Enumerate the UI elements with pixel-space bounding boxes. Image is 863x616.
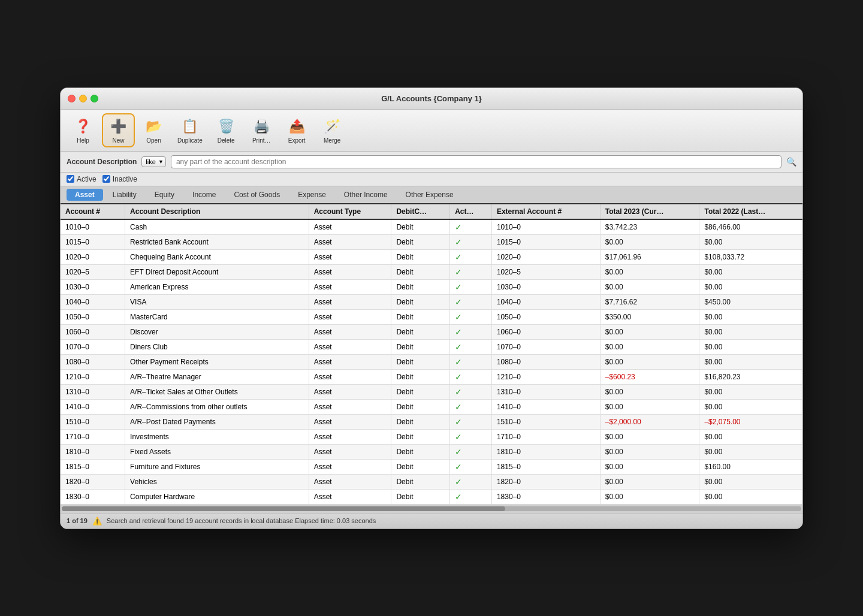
table-row[interactable]: 1810–0 Fixed Assets Asset Debit ✓ 1810–0… xyxy=(61,444,802,459)
cell-total2022: $0.00 xyxy=(699,339,802,354)
table-row[interactable]: 1030–0 American Express Asset Debit ✓ 10… xyxy=(61,279,802,294)
col-debitc: DebitC… xyxy=(391,204,450,219)
export-button[interactable]: 📤 Export xyxy=(280,114,313,146)
cell-description: Computer Hardware xyxy=(125,489,309,504)
open-icon: 📂 xyxy=(144,117,164,136)
cell-external: 1020–5 xyxy=(491,264,600,279)
table-row[interactable]: 1050–0 MasterCard Asset Debit ✓ 1050–0 $… xyxy=(61,309,802,324)
table-row[interactable]: 1020–5 EFT Direct Deposit Account Asset … xyxy=(61,264,802,279)
active-check-icon: ✓ xyxy=(455,447,462,457)
minimize-button[interactable] xyxy=(79,95,87,102)
cell-description: Furniture and Fixtures xyxy=(125,459,309,474)
maximize-button[interactable] xyxy=(90,95,98,102)
cell-debitc: Debit xyxy=(391,459,450,474)
col-account-num: Account # xyxy=(61,204,125,219)
cell-account-num: 1310–0 xyxy=(61,384,125,399)
active-check-icon: ✓ xyxy=(455,477,462,487)
tab-other-income[interactable]: Other Income xyxy=(336,189,396,201)
cell-account-num: 1210–0 xyxy=(61,369,125,384)
cell-description: Diners Club xyxy=(125,339,309,354)
active-check-icon: ✓ xyxy=(455,237,462,247)
tab-liability[interactable]: Liability xyxy=(104,189,145,201)
duplicate-button[interactable]: 📋 Duplicate xyxy=(173,114,207,146)
cell-debitc: Debit xyxy=(391,369,450,384)
cell-total2023: $3,742.23 xyxy=(600,219,699,235)
cell-external: 1410–0 xyxy=(491,399,600,414)
tab-equity[interactable]: Equity xyxy=(146,189,183,201)
filter-bar: Active Inactive xyxy=(61,173,802,186)
inactive-checkbox[interactable] xyxy=(102,175,110,183)
cell-account-num: 1020–0 xyxy=(61,249,125,264)
table-row[interactable]: 1080–0 Other Payment Receipts Asset Debi… xyxy=(61,354,802,369)
delete-button[interactable]: 🗑️ Delete xyxy=(210,114,243,146)
close-button[interactable] xyxy=(68,95,76,102)
new-button[interactable]: ➕ New xyxy=(102,113,135,147)
table-row[interactable]: 1830–0 Computer Hardware Asset Debit ✓ 1… xyxy=(61,489,802,504)
table-row[interactable]: 1010–0 Cash Asset Debit ✓ 1010–0 $3,742.… xyxy=(61,219,802,235)
tab-other-expense[interactable]: Other Expense xyxy=(397,189,462,201)
table-row[interactable]: 1210–0 A/R–Theatre Manager Asset Debit ✓… xyxy=(61,369,802,384)
cell-total2022: $16,820.23 xyxy=(699,369,802,384)
open-label: Open xyxy=(146,137,161,144)
table-row[interactable]: 1410–0 A/R–Commissions from other outlet… xyxy=(61,399,802,414)
cell-total2023: $0.00 xyxy=(600,384,699,399)
table-header-row: Account # Account Description Account Ty… xyxy=(61,204,802,219)
cell-account-num: 1040–0 xyxy=(61,294,125,309)
cell-account-num: 1050–0 xyxy=(61,309,125,324)
cell-total2023: $17,061.96 xyxy=(600,249,699,264)
search-icon[interactable]: 🔍 xyxy=(786,157,796,167)
table-row[interactable]: 1060–0 Discover Asset Debit ✓ 1060–0 $0.… xyxy=(61,324,802,339)
cell-active: ✓ xyxy=(450,459,492,474)
search-dropdown[interactable]: like ▼ xyxy=(141,156,166,167)
inactive-filter[interactable]: Inactive xyxy=(102,175,137,183)
search-input[interactable] xyxy=(171,155,781,168)
print-icon: 🖨️ xyxy=(252,117,271,136)
table-row[interactable]: 1040–0 VISA Asset Debit ✓ 1040–0 $7,716.… xyxy=(61,294,802,309)
cell-type: Asset xyxy=(309,339,391,354)
tab-asset[interactable]: Asset xyxy=(67,189,103,201)
cell-total2022: $0.00 xyxy=(699,324,802,339)
cell-debitc: Debit xyxy=(391,339,450,354)
cell-account-num: 1710–0 xyxy=(61,429,125,444)
cell-type: Asset xyxy=(309,369,391,384)
cell-type: Asset xyxy=(309,264,391,279)
table-row[interactable]: 1070–0 Diners Club Asset Debit ✓ 1070–0 … xyxy=(61,339,802,354)
cell-debitc: Debit xyxy=(391,264,450,279)
tab-income[interactable]: Income xyxy=(184,189,224,201)
cell-debitc: Debit xyxy=(391,384,450,399)
merge-button[interactable]: 🪄 Merge xyxy=(316,114,349,146)
table-row[interactable]: 1015–0 Restricted Bank Account Asset Deb… xyxy=(61,234,802,249)
cell-external: 1810–0 xyxy=(491,444,600,459)
help-button[interactable]: ❓ Help xyxy=(67,114,99,146)
search-bar: Account Description like ▼ 🔍 xyxy=(61,152,802,173)
active-filter[interactable]: Active xyxy=(67,175,96,183)
table-row[interactable]: 1815–0 Furniture and Fixtures Asset Debi… xyxy=(61,459,802,474)
cell-total2023: $0.00 xyxy=(600,399,699,414)
tab-cost-of-goods[interactable]: Cost of Goods xyxy=(225,189,288,201)
open-button[interactable]: 📂 Open xyxy=(137,114,170,146)
horizontal-scrollbar[interactable] xyxy=(61,505,802,513)
active-checkbox[interactable] xyxy=(67,175,74,183)
print-label: Print… xyxy=(252,137,271,144)
active-check-icon: ✓ xyxy=(455,327,462,337)
table-row[interactable]: 1310–0 A/R–Ticket Sales at Other Outlets… xyxy=(61,384,802,399)
print-button[interactable]: 🖨️ Print… xyxy=(245,114,278,146)
cell-active: ✓ xyxy=(450,219,492,235)
table-row[interactable]: 1510–0 A/R–Post Dated Payments Asset Deb… xyxy=(61,414,802,429)
table-row[interactable]: 1820–0 Vehicles Asset Debit ✓ 1820–0 $0.… xyxy=(61,474,802,489)
cell-debitc: Debit xyxy=(391,234,450,249)
tab-expense[interactable]: Expense xyxy=(289,189,334,201)
cell-type: Asset xyxy=(309,219,391,235)
cell-external: 1040–0 xyxy=(491,294,600,309)
account-table-container[interactable]: Account # Account Description Account Ty… xyxy=(61,204,802,505)
table-row[interactable]: 1020–0 Chequeing Bank Account Asset Debi… xyxy=(61,249,802,264)
cell-type: Asset xyxy=(309,489,391,504)
active-check-icon: ✓ xyxy=(455,387,462,397)
cell-total2023: –$2,000.00 xyxy=(600,414,699,429)
cell-external: 1830–0 xyxy=(491,489,600,504)
cell-description: American Express xyxy=(125,279,309,294)
col-external: External Account # xyxy=(491,204,600,219)
table-row[interactable]: 1710–0 Investments Asset Debit ✓ 1710–0 … xyxy=(61,429,802,444)
scrollbar-thumb[interactable] xyxy=(62,506,505,511)
cell-active: ✓ xyxy=(450,249,492,264)
